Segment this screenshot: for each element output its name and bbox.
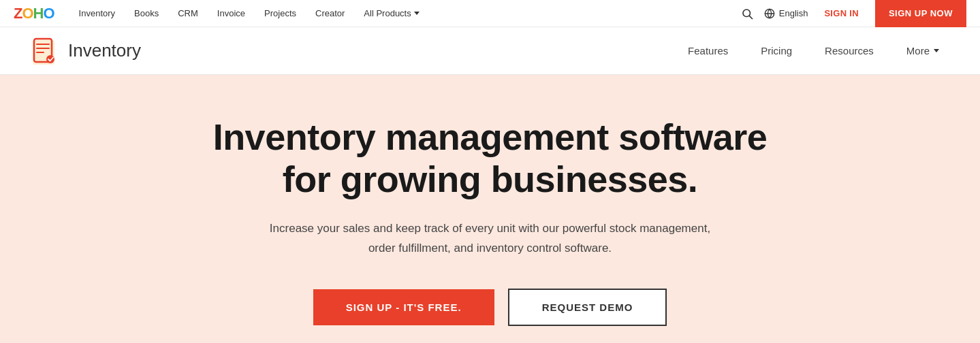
hero-signup-button[interactable]: SIGN UP - IT'S FREE. bbox=[313, 289, 494, 325]
hero-subtitle: Increase your sales and keep track of ev… bbox=[259, 219, 722, 259]
inventory-logo-icon bbox=[27, 35, 60, 67]
globe-icon bbox=[764, 8, 775, 19]
zoho-logo-o1: O bbox=[22, 5, 33, 22]
top-nav: ZOHO Inventory Books CRM Invoice Project… bbox=[0, 0, 980, 27]
top-nav-creator[interactable]: Creator bbox=[307, 0, 353, 27]
brand-name: Inventory bbox=[68, 40, 141, 61]
secondary-nav-more[interactable]: More bbox=[893, 39, 953, 62]
language-label: English bbox=[779, 8, 808, 18]
secondary-nav-pricing[interactable]: Pricing bbox=[747, 39, 806, 62]
svg-point-9 bbox=[46, 55, 54, 63]
secondary-nav: Inventory Features Pricing Resources Mor… bbox=[0, 27, 980, 75]
zoho-logo-h: H bbox=[33, 5, 44, 22]
zoho-logo-z: Z bbox=[14, 5, 22, 22]
more-chevron-icon bbox=[934, 49, 939, 52]
secondary-nav-resources[interactable]: Resources bbox=[811, 39, 887, 62]
sign-in-button[interactable]: SIGN IN bbox=[819, 8, 864, 18]
language-selector[interactable]: English bbox=[764, 8, 808, 19]
top-nav-right: English SIGN IN SIGN UP NOW bbox=[741, 0, 966, 27]
search-icon bbox=[741, 7, 753, 20]
hero-title: Inventory management software for growin… bbox=[211, 116, 770, 200]
top-nav-all-products[interactable]: All Products bbox=[355, 0, 427, 27]
zoho-logo-o2: O bbox=[43, 5, 54, 22]
hero-buttons: SIGN UP - IT'S FREE. REQUEST DEMO bbox=[313, 289, 667, 326]
svg-line-1 bbox=[749, 16, 752, 18]
secondary-nav-links: Features Pricing Resources More bbox=[674, 39, 953, 62]
top-nav-projects[interactable]: Projects bbox=[256, 0, 304, 27]
secondary-nav-features[interactable]: Features bbox=[674, 39, 742, 62]
brand-logo[interactable]: Inventory bbox=[27, 35, 674, 67]
top-nav-invoice[interactable]: Invoice bbox=[209, 0, 253, 27]
top-nav-crm[interactable]: CRM bbox=[170, 0, 206, 27]
hero-section: Inventory management software for growin… bbox=[0, 75, 980, 343]
all-products-label: All Products bbox=[364, 8, 411, 18]
top-nav-links: Inventory Books CRM Invoice Projects Cre… bbox=[71, 0, 741, 27]
sign-up-now-button[interactable]: SIGN UP NOW bbox=[875, 0, 966, 27]
hero-demo-button[interactable]: REQUEST DEMO bbox=[508, 289, 667, 326]
top-nav-books[interactable]: Books bbox=[126, 0, 167, 27]
all-products-chevron-icon bbox=[414, 12, 420, 15]
top-nav-inventory[interactable]: Inventory bbox=[71, 0, 123, 27]
more-label: More bbox=[906, 45, 930, 56]
search-button[interactable] bbox=[741, 7, 753, 20]
zoho-logo[interactable]: ZOHO bbox=[14, 5, 54, 22]
